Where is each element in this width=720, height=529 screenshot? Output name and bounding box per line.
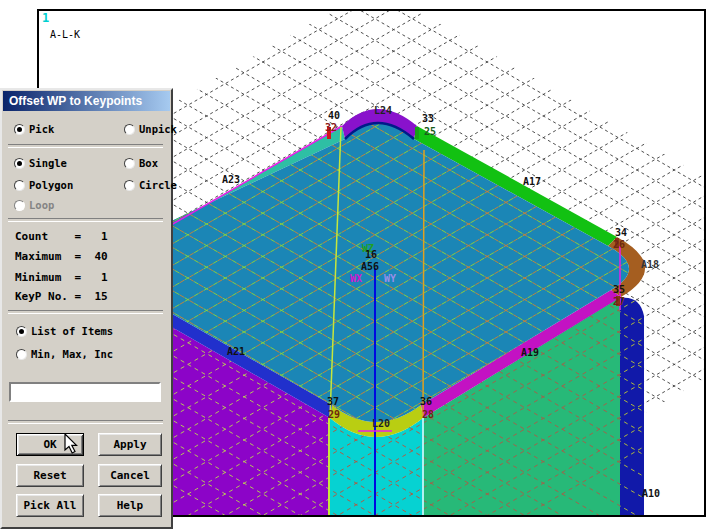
entity-label-A19: A19 xyxy=(521,347,539,358)
radio-circle[interactable]: Circle xyxy=(124,178,177,192)
pick-all-button[interactable]: Pick All xyxy=(16,494,84,517)
entity-label-WY: WY xyxy=(384,273,396,284)
entity-label-A17: A17 xyxy=(523,176,541,187)
model-line-right-upper xyxy=(423,150,424,417)
entity-label-A23: A23 xyxy=(222,174,240,185)
entity-label-35: 35 xyxy=(613,284,625,295)
radio-loop: Loop xyxy=(14,198,54,212)
stat-maximum: Maximum = 40 xyxy=(15,250,108,263)
entity-label-27: 27 xyxy=(613,296,625,307)
help-button[interactable]: Help xyxy=(98,494,162,517)
entity-label-A18: A18 xyxy=(641,259,659,270)
entity-label-WX: WX xyxy=(350,273,362,284)
cancel-button[interactable]: Cancel xyxy=(98,464,162,487)
plot-title: A-L-K xyxy=(50,29,80,40)
entity-label-29: 29 xyxy=(328,409,340,420)
entity-label-A56: A56 xyxy=(361,261,379,272)
radio-polygon-circle xyxy=(14,180,25,191)
plot-number: 1 xyxy=(42,11,49,25)
ansys-graphics-window: 1 A-L-K A234032L243325A173426A183527A19A… xyxy=(0,0,720,529)
entity-label-40: 40 xyxy=(328,110,340,121)
separator xyxy=(8,144,163,148)
stat-count: Count = 1 xyxy=(15,230,108,243)
reset-button[interactable]: Reset xyxy=(16,464,84,487)
entity-label-L20: L20 xyxy=(372,418,390,429)
radio-single[interactable]: Single xyxy=(14,156,67,170)
entity-label-A21: A21 xyxy=(227,346,245,357)
keypoint-marker-33[interactable] xyxy=(415,127,419,139)
entity-label-28: 28 xyxy=(422,409,434,420)
entity-label-26: 26 xyxy=(613,239,625,250)
separator xyxy=(8,218,163,222)
radio-min-max-inc[interactable]: Min, Max, Inc xyxy=(16,347,113,361)
entity-label-33: 33 xyxy=(422,113,434,124)
entity-label-L24: L24 xyxy=(374,105,392,116)
wall-corner-navy xyxy=(620,298,644,516)
mouse-cursor xyxy=(64,433,80,455)
entity-label-36: 36 xyxy=(420,396,432,407)
radio-loop-circle xyxy=(14,200,25,211)
radio-box[interactable]: Box xyxy=(124,156,158,170)
entity-label-32: 32 xyxy=(325,122,337,133)
separator xyxy=(8,420,163,424)
radio-unpick-circle xyxy=(124,124,135,135)
entity-label-25: 25 xyxy=(424,126,436,137)
radio-list-circle xyxy=(16,326,27,337)
pick-list-input[interactable] xyxy=(9,382,161,402)
radio-minmax-circle xyxy=(16,349,27,360)
offset-wp-to-keypoints-dialog: Offset WP to Keypoints Pick Unpick Singl… xyxy=(0,88,173,529)
dialog-title: Offset WP to Keypoints xyxy=(9,94,142,108)
stat-keyp-no: KeyP No. = 15 xyxy=(15,290,108,303)
radio-box-circle xyxy=(124,158,135,169)
radio-pick[interactable]: Pick xyxy=(14,122,54,136)
separator xyxy=(8,310,163,314)
entity-label-34: 34 xyxy=(615,227,627,238)
radio-circle-circle xyxy=(124,180,135,191)
radio-list-of-items[interactable]: List of Items xyxy=(16,324,113,338)
radio-pick-circle xyxy=(14,124,25,135)
radio-single-circle xyxy=(14,158,25,169)
apply-button[interactable]: Apply xyxy=(98,433,162,456)
stat-minimum: Minimum = 1 xyxy=(15,271,108,284)
entity-label-A10: A10 xyxy=(642,488,660,499)
radio-unpick[interactable]: Unpick xyxy=(124,122,177,136)
radio-polygon[interactable]: Polygon xyxy=(14,178,73,192)
dialog-titlebar[interactable]: Offset WP to Keypoints xyxy=(3,91,170,111)
entity-label-37: 37 xyxy=(327,396,339,407)
entity-label-16: 16 xyxy=(365,249,377,260)
